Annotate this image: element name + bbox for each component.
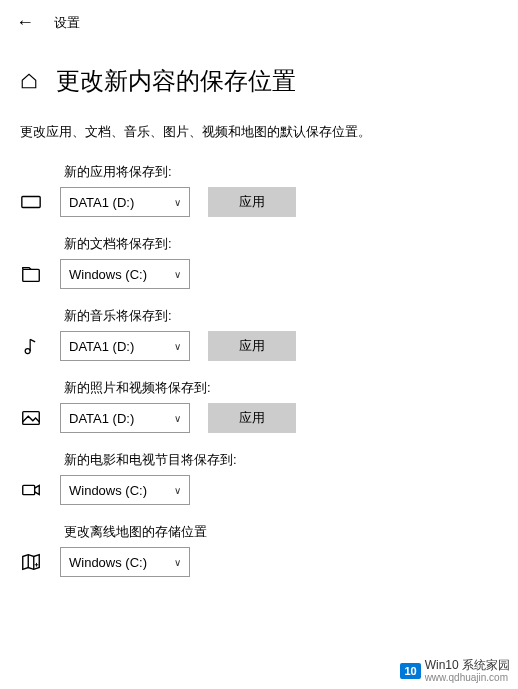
photos-dropdown[interactable]: DATA1 (D:) ∨: [60, 403, 190, 433]
docs-dropdown[interactable]: Windows (C:) ∨: [60, 259, 190, 289]
chevron-down-icon: ∨: [174, 341, 181, 352]
home-icon[interactable]: [20, 72, 38, 90]
map-icon: [20, 551, 42, 573]
photo-icon: [20, 407, 42, 429]
chevron-down-icon: ∨: [174, 485, 181, 496]
maps-label: 更改离线地图的存储位置: [64, 523, 498, 541]
window-title: 设置: [54, 14, 80, 32]
music-icon: [20, 335, 42, 357]
video-icon: [20, 479, 42, 501]
apps-dropdown[interactable]: DATA1 (D:) ∨: [60, 187, 190, 217]
music-dropdown[interactable]: DATA1 (D:) ∨: [60, 331, 190, 361]
back-button[interactable]: ←: [16, 12, 34, 33]
svg-line-7: [30, 339, 35, 342]
document-icon: [20, 263, 42, 285]
apps-apply-button[interactable]: 应用: [208, 187, 296, 217]
movies-dropdown-value: Windows (C:): [69, 483, 147, 498]
movies-label: 新的电影和电视节目将保存到:: [64, 451, 498, 469]
svg-rect-9: [23, 485, 35, 494]
watermark-logo: 10: [400, 663, 420, 679]
docs-label: 新的文档将保存到:: [64, 235, 498, 253]
svg-point-5: [25, 349, 30, 354]
music-label: 新的音乐将保存到:: [64, 307, 498, 325]
page-title: 更改新内容的保存位置: [56, 65, 296, 97]
photos-dropdown-value: DATA1 (D:): [69, 411, 134, 426]
apps-icon: [20, 191, 42, 213]
music-apply-button[interactable]: 应用: [208, 331, 296, 361]
maps-dropdown-value: Windows (C:): [69, 555, 147, 570]
apps-dropdown-value: DATA1 (D:): [69, 195, 134, 210]
svg-rect-0: [22, 197, 40, 208]
chevron-down-icon: ∨: [174, 413, 181, 424]
page-description: 更改应用、文档、音乐、图片、视频和地图的默认保存位置。: [0, 107, 518, 149]
watermark-text: Win10 系统家园: [425, 659, 510, 672]
apps-label: 新的应用将保存到:: [64, 163, 498, 181]
chevron-down-icon: ∨: [174, 269, 181, 280]
maps-dropdown[interactable]: Windows (C:) ∨: [60, 547, 190, 577]
watermark-url: www.qdhuajin.com: [425, 672, 510, 683]
photos-apply-button[interactable]: 应用: [208, 403, 296, 433]
movies-dropdown[interactable]: Windows (C:) ∨: [60, 475, 190, 505]
svg-rect-4: [23, 269, 40, 281]
chevron-down-icon: ∨: [174, 197, 181, 208]
music-dropdown-value: DATA1 (D:): [69, 339, 134, 354]
chevron-down-icon: ∨: [174, 557, 181, 568]
watermark: 10 Win10 系统家园 www.qdhuajin.com: [400, 659, 510, 683]
docs-dropdown-value: Windows (C:): [69, 267, 147, 282]
photos-label: 新的照片和视频将保存到:: [64, 379, 498, 397]
